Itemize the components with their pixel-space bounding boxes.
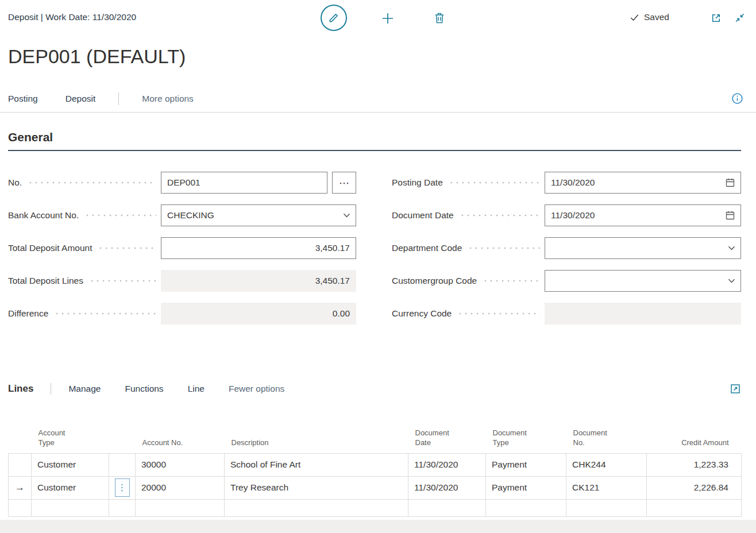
cell-account-no[interactable]: 20000	[136, 476, 225, 499]
calendar-icon[interactable]	[725, 177, 735, 188]
cell-document-date[interactable]: 11/30/2020	[408, 476, 486, 499]
cell-row-selector[interactable]: →	[9, 476, 32, 499]
collapse-arrows-icon	[734, 12, 746, 24]
field-no: No. ⋯	[8, 172, 356, 194]
cell-account-no[interactable]: 30000	[136, 453, 225, 476]
lines-heading[interactable]: Lines	[8, 383, 33, 395]
cell-account-type[interactable]: Customer	[32, 453, 109, 476]
trash-icon	[433, 10, 446, 25]
dotted-leader	[466, 237, 540, 259]
collapse-window-button[interactable]	[734, 12, 746, 24]
ellipsis-icon: ⋯	[339, 177, 349, 189]
cell-account-no[interactable]	[136, 499, 225, 516]
total-deposit-amount-input[interactable]	[161, 238, 356, 258]
cell-document-no[interactable]	[566, 499, 647, 516]
more-options-button[interactable]: More options	[142, 94, 194, 104]
menu-line[interactable]: Line	[188, 384, 205, 394]
bank-account-no-label: Bank Account No.	[8, 210, 79, 221]
chevron-down-icon[interactable]	[343, 213, 350, 218]
edit-button[interactable]	[321, 5, 347, 31]
cell-description[interactable]: School of Fine Art	[225, 453, 408, 476]
general-section: General No. ⋯ Bank Account No.	[0, 130, 756, 325]
cell-row-selector[interactable]	[9, 499, 32, 516]
cell-account-type[interactable]	[32, 499, 109, 516]
dotted-leader	[53, 303, 156, 325]
cell-row-selector[interactable]	[9, 453, 32, 476]
cell-document-date[interactable]	[408, 499, 486, 516]
plus-icon	[380, 11, 395, 26]
no-input[interactable]	[161, 172, 327, 193]
chevron-down-icon[interactable]	[728, 279, 735, 283]
posting-date-label: Posting Date	[392, 177, 443, 188]
cell-document-type[interactable]: Payment	[486, 476, 566, 499]
row-options-button[interactable]: ⋮	[115, 478, 130, 497]
bank-account-no-input[interactable]	[161, 205, 343, 226]
info-button[interactable]	[731, 92, 743, 105]
department-code-input[interactable]	[545, 238, 728, 258]
saved-label: Saved	[644, 12, 669, 22]
cell-row-options[interactable]	[109, 453, 136, 476]
cell-account-type[interactable]: Customer	[32, 476, 109, 499]
posting-date-input[interactable]	[545, 172, 725, 193]
dotted-leader	[481, 270, 540, 292]
menu-functions[interactable]: Functions	[125, 384, 163, 394]
column-header-account-no[interactable]: Account No.	[136, 418, 225, 453]
cell-row-options[interactable]	[109, 499, 136, 516]
fewer-options-button[interactable]: Fewer options	[229, 384, 284, 394]
form-right-column: Posting Date Document Dat	[392, 172, 741, 325]
cell-credit-amount[interactable]	[647, 499, 742, 516]
save-status: Saved	[630, 12, 669, 22]
cell-row-options: ⋮	[109, 476, 136, 499]
dotted-leader	[83, 204, 156, 226]
expand-lines-button[interactable]	[730, 383, 741, 395]
cell-document-date[interactable]: 11/30/2020	[408, 453, 486, 476]
chevron-down-icon[interactable]	[728, 246, 735, 250]
new-button[interactable]	[380, 11, 395, 26]
no-assist-edit-button[interactable]: ⋯	[332, 172, 356, 194]
dotted-leader	[26, 172, 156, 194]
column-header-document-no[interactable]: Document No.	[566, 418, 647, 453]
column-header-description[interactable]: Description	[225, 418, 408, 453]
department-code-label: Department Code	[392, 243, 462, 253]
general-heading[interactable]: General	[8, 130, 741, 151]
field-department-code: Department Code	[392, 237, 741, 259]
column-header-document-date[interactable]: Document Date	[408, 418, 486, 453]
menu-posting[interactable]: Posting	[8, 94, 38, 104]
total-deposit-lines-value: 3,450.17	[161, 276, 356, 286]
menu-deposit[interactable]: Deposit	[65, 94, 96, 104]
vertical-ellipsis-icon: ⋮	[118, 482, 126, 493]
column-header-credit-amount[interactable]: Credit Amount	[647, 418, 742, 453]
column-header-account-type[interactable]: Account Type	[32, 418, 109, 453]
calendar-icon[interactable]	[725, 210, 735, 221]
customergroup-code-input[interactable]	[545, 271, 728, 291]
cell-credit-amount[interactable]: 1,223.33	[647, 453, 742, 476]
popout-icon	[710, 12, 722, 24]
cell-description[interactable]: Trey Research	[225, 476, 408, 499]
cell-document-no[interactable]: CK121	[566, 476, 647, 499]
lines-toolbar: Lines Manage Functions Line Fewer option…	[0, 376, 756, 401]
currency-code-label: Currency Code	[392, 308, 452, 319]
field-total-deposit-lines: Total Deposit Lines 3,450.17	[8, 270, 356, 292]
cell-description[interactable]	[225, 499, 408, 516]
cell-document-type[interactable]: Payment	[486, 453, 566, 476]
open-in-new-window-button[interactable]	[710, 12, 722, 24]
delete-button[interactable]	[433, 10, 446, 25]
cell-document-type[interactable]	[486, 499, 566, 516]
table-row-empty	[9, 499, 742, 516]
context-caption: Deposit | Work Date: 11/30/2020	[8, 12, 136, 22]
difference-label: Difference	[8, 308, 48, 319]
pencil-icon	[327, 11, 340, 24]
dotted-leader	[97, 237, 156, 259]
menu-manage[interactable]: Manage	[68, 384, 101, 394]
document-date-label: Document Date	[392, 210, 454, 221]
field-bank-account-no: Bank Account No.	[8, 204, 356, 226]
action-bar: Posting Deposit More options	[0, 85, 756, 113]
expand-icon	[730, 383, 741, 395]
field-customergroup-code: Customergroup Code	[392, 270, 741, 292]
total-deposit-lines-label: Total Deposit Lines	[8, 276, 83, 286]
document-date-input[interactable]	[545, 205, 725, 226]
column-header-document-type[interactable]: Document Type	[486, 418, 566, 453]
grid-header-row: Account Type Account No. Description Doc…	[9, 418, 742, 453]
cell-credit-amount[interactable]: 2,226.84	[647, 476, 742, 499]
cell-document-no[interactable]: CHK244	[566, 453, 647, 476]
